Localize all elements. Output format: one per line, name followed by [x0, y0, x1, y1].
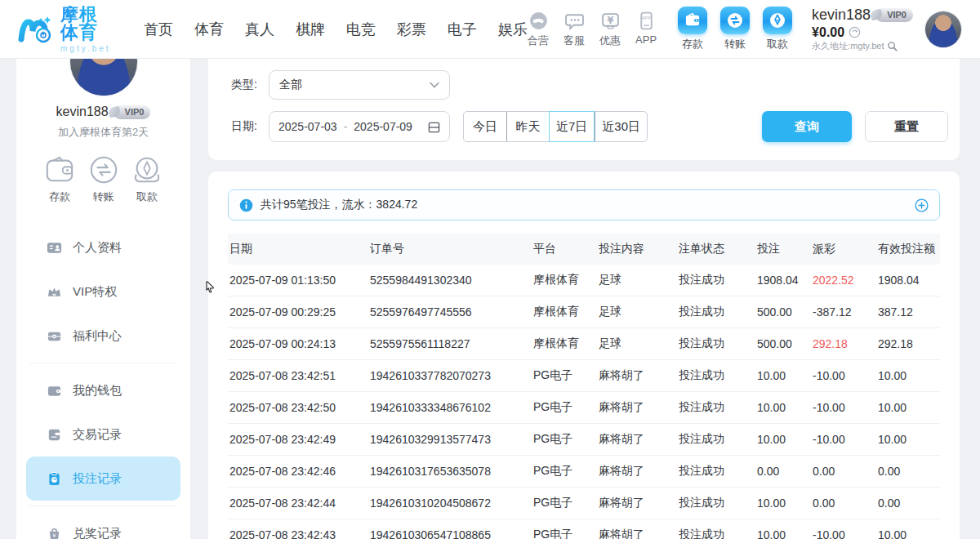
date-range-picker[interactable]: 2025-07-03 - 2025-07-09 [269, 111, 450, 142]
reset-button[interactable]: 重置 [865, 111, 948, 142]
nav-item-1[interactable]: 首页 [144, 20, 173, 39]
table-row[interactable]: 2025-07-08 23:42:491942610329913577473PG… [228, 424, 940, 456]
cell-date: 2025-07-08 23:42:50 [229, 401, 370, 414]
nav-item-6[interactable]: 彩票 [397, 20, 426, 39]
site-logo[interactable]: 摩根体育 mgty.bet [18, 6, 116, 53]
nav-item-4[interactable]: 棋牌 [296, 20, 325, 39]
cell-platform: PG电子 [533, 368, 599, 383]
column-header-投注内容: 投注内容 [599, 242, 679, 256]
cell-payout: -387.12 [813, 305, 878, 318]
nav-utility-APP[interactable]: APPAPP [635, 11, 657, 48]
summary-text: 共计95笔投注，流水：3824.72 [261, 198, 417, 212]
type-select-value: 全部 [279, 78, 302, 92]
range-button-近30日[interactable]: 近30日 [595, 112, 647, 141]
cell-order: 5255975561118227 [370, 337, 533, 350]
sidebar-item-兑奖记录[interactable]: ¥兑奖记录 [16, 511, 190, 539]
range-button-近7日[interactable]: 近7日 [549, 111, 595, 142]
table-row[interactable]: 2025-07-09 01:13:505255984491302340摩根体育足… [228, 265, 940, 296]
column-header-有效投注额: 有效投注额 [878, 242, 938, 256]
nav-utility-合营[interactable]: 合营 [528, 11, 549, 48]
sidebar-joined-text: 加入摩根体育第2天 [16, 125, 190, 140]
sidebar: kevin188 VIP0 加入摩根体育第2天 存款转账取款 个人资料VIP特权… [16, 59, 190, 539]
permanent-url-label: 永久地址:mgty.bet [812, 41, 884, 52]
bet-record-icon [47, 471, 62, 487]
page-content: kevin188 VIP0 加入摩根体育第2天 存款转账取款 个人资料VIP特权… [0, 59, 980, 539]
cell-order: 1942610317653635078 [370, 465, 533, 478]
nav-item-8[interactable]: 娱乐 [498, 20, 528, 39]
nav-item-7[interactable]: 电子 [448, 20, 477, 39]
sidebar-avatar[interactable] [69, 59, 138, 96]
magnifier-icon[interactable] [887, 41, 898, 51]
cell-valid: 10.00 [878, 528, 938, 539]
sidebar-menu: 个人资料VIP特权福利中心我的钱包交易记录投注记录¥兑奖记录 [16, 225, 190, 539]
sidebar-item-label: 福利中心 [73, 328, 122, 344]
vip-crown-icon [47, 284, 62, 300]
transfer-outline-icon [87, 154, 121, 185]
date-filter-label: 日期: [231, 119, 269, 134]
table-row[interactable]: 2025-07-09 00:24:135255975561118227摩根体育足… [228, 328, 940, 360]
site-domain: mgty.bet [60, 45, 116, 53]
column-header-平台: 平台 [533, 242, 599, 256]
nav-money-存款[interactable]: 存款 [678, 7, 707, 51]
nav-item-5[interactable]: 电竞 [346, 20, 376, 39]
type-select[interactable]: 全部 [269, 70, 450, 100]
cell-valid: 10.00 [878, 369, 938, 382]
table-row[interactable]: 2025-07-08 23:42:431942610306547108865PG… [228, 519, 940, 539]
cell-valid: 292.18 [878, 337, 938, 350]
expand-plus-icon[interactable] [915, 198, 929, 212]
cell-platform: PG电子 [533, 528, 599, 539]
cell-bet: 10.00 [757, 528, 813, 539]
nav-utility-label: 客服 [564, 33, 585, 48]
cell-status: 投注成功 [679, 432, 757, 447]
partnership-icon [528, 11, 549, 32]
sidebar-item-个人资料[interactable]: 个人资料 [16, 225, 190, 270]
search-button[interactable]: 查询 [762, 111, 852, 142]
sidebar-quick-存款[interactable]: 存款 [42, 154, 77, 204]
nav-item-2[interactable]: 体育 [194, 20, 224, 39]
user-avatar[interactable] [924, 11, 962, 48]
sidebar-item-福利中心[interactable]: 福利中心 [16, 314, 190, 358]
withdraw-outline-icon [130, 154, 164, 185]
table-row[interactable]: 2025-07-08 23:42:511942610337782070273PG… [228, 360, 940, 392]
nav-money-转账[interactable]: 转账 [720, 7, 750, 51]
column-header-订单号: 订单号 [370, 242, 533, 256]
top-navbar: 摩根体育 mgty.bet 首页体育真人棋牌电竞彩票电子娱乐 合营客服¥优惠AP… [0, 0, 980, 59]
column-header-投注: 投注 [757, 242, 813, 256]
nav-money-label: 取款 [767, 37, 788, 51]
sidebar-item-VIP特权[interactable]: VIP特权 [16, 270, 190, 314]
username[interactable]: kevin188 [812, 6, 871, 24]
sidebar-item-label: VIP特权 [73, 284, 117, 300]
date-end: 2025-07-09 [354, 120, 412, 133]
table-row[interactable]: 2025-07-08 23:42:441942610310204508672PG… [228, 488, 940, 519]
cell-valid: 387.12 [878, 305, 938, 318]
cell-order: 5255976497745556 [370, 305, 533, 318]
sidebar-quick-转账[interactable]: 转账 [87, 154, 121, 204]
nav-utility-优惠[interactable]: ¥优惠 [599, 11, 621, 48]
cell-bet: 500.00 [757, 337, 813, 350]
refresh-balance-icon[interactable] [849, 26, 861, 38]
nav-utility-客服[interactable]: 客服 [564, 11, 585, 48]
nav-utility-group: 合营客服¥优惠APPAPP [528, 11, 657, 48]
table-row[interactable]: 2025-07-08 23:42:461942610317653635078PG… [228, 456, 940, 488]
cell-payout: -10.00 [813, 433, 878, 446]
cell-bet: 10.00 [757, 433, 813, 446]
sidebar-item-交易记录[interactable]: 交易记录 [16, 412, 190, 457]
type-filter-label: 类型: [231, 78, 269, 92]
table-header-row: 日期订单号平台投注内容注单状态投注派彩有效投注额 [228, 234, 940, 265]
sidebar-item-我的钱包[interactable]: 我的钱包 [16, 368, 190, 412]
sidebar-item-投注记录[interactable]: 投注记录 [26, 457, 180, 501]
cell-payout: -10.00 [813, 528, 878, 539]
cell-payout: -10.00 [813, 369, 878, 382]
nav-money-取款[interactable]: 取款 [763, 7, 792, 51]
sidebar-quick-取款[interactable]: 取款 [130, 154, 164, 204]
nav-item-3[interactable]: 真人 [245, 20, 274, 39]
avatar-photo [925, 11, 961, 47]
cell-payout: -10.00 [813, 401, 878, 414]
cell-valid: 0.00 [878, 497, 938, 510]
table-row[interactable]: 2025-07-09 00:29:255255976497745556摩根体育足… [228, 296, 940, 328]
sidebar-item-label: 兑奖记录 [73, 526, 122, 539]
table-row[interactable]: 2025-07-08 23:42:501942610333348676102PG… [228, 392, 940, 424]
range-button-昨天[interactable]: 昨天 [506, 112, 549, 141]
sidebar-vip-badge: VIP0 [114, 105, 151, 119]
range-button-今日[interactable]: 今日 [464, 112, 506, 141]
